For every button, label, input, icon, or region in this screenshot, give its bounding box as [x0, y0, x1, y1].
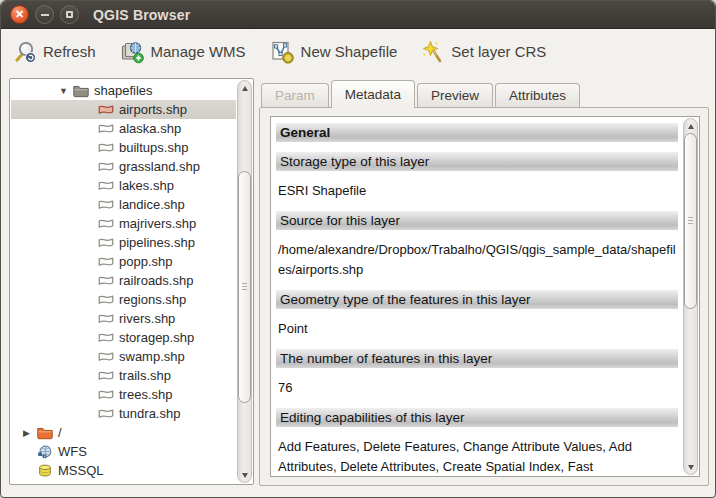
shapefile-icon [97, 387, 115, 402]
manage-wms-button[interactable]: Manage WMS [116, 37, 250, 67]
tab-label: Attributes [509, 88, 566, 103]
tree-item-label: builtups.shp [119, 140, 188, 155]
metadata-field-header: Editing capabilities of this layer [276, 408, 678, 427]
tree-item-label: grassland.shp [119, 159, 200, 174]
close-button[interactable]: ✕ [10, 5, 29, 24]
scrollbar-thumb[interactable] [238, 171, 251, 403]
arrow-down-icon [242, 473, 248, 478]
main-toolbar: Refresh Manage WMS [1, 29, 715, 74]
tab-metadata[interactable]: Metadata [331, 80, 415, 108]
scroll-down-button[interactable] [684, 461, 697, 473]
expander-down-icon[interactable]: ▼ [59, 86, 72, 96]
tree-item-label: tundra.shp [119, 406, 180, 421]
window-title: QGIS Browser [93, 7, 190, 23]
folder-icon [36, 425, 54, 440]
new-shapefile-button[interactable]: New Shapefile [266, 37, 402, 67]
metadata-value: /home/alexandre/Dropbox/Trabalho/QGIS/qg… [278, 240, 676, 280]
metadata-field-header: The number of features in this layer [276, 349, 678, 368]
manage-wms-label: Manage WMS [151, 43, 246, 60]
arrow-down-icon [688, 465, 694, 470]
tree-item-label: airports.shp [119, 102, 187, 117]
folder-icon [72, 83, 90, 98]
tree-item-label: trails.shp [119, 368, 171, 383]
tree-item-label: rivers.shp [119, 311, 175, 326]
tree-item-shapefile[interactable]: trails.shp [11, 366, 236, 385]
ows-icon [36, 482, 54, 485]
tree-item-shapefiles[interactable]: ▼ shapefiles [11, 81, 236, 100]
tree-item-shapefile[interactable]: grassland.shp [11, 157, 236, 176]
metadata-value: Point [278, 319, 676, 339]
tree-item-label: swamp.shp [119, 349, 185, 364]
scroll-up-button[interactable] [238, 82, 251, 94]
tree-item-shapefile[interactable]: airports.shp [11, 100, 236, 119]
tab-preview[interactable]: Preview [417, 83, 493, 107]
shapefile-icon [97, 178, 115, 193]
tree-item-shapefile[interactable]: landice.shp [11, 195, 236, 214]
tab-label: Metadata [345, 87, 401, 102]
refresh-magnifier-icon [13, 40, 37, 64]
tree-item-shapefile[interactable]: swamp.shp [11, 347, 236, 366]
expander-right-icon[interactable]: ▶ [23, 428, 36, 438]
tree-item-shapefile[interactable]: alaska.shp [11, 119, 236, 138]
shapefile-icon [97, 197, 115, 212]
tree-item-shapefile[interactable]: tundra.shp [11, 404, 236, 423]
scroll-up-button[interactable] [684, 120, 697, 132]
set-layer-crs-label: Set layer CRS [451, 43, 546, 60]
tree-item-label: OWS [58, 482, 89, 485]
shapefile-icon [97, 216, 115, 231]
scrollbar-thumb[interactable] [684, 133, 697, 309]
manage-wms-icon [120, 40, 145, 64]
tree-scrollbar[interactable] [237, 80, 252, 483]
tree-rows: ▼ shapefiles airports.shp alaska.shp bui… [11, 81, 236, 485]
maximize-icon [66, 11, 73, 18]
tree-item-ows[interactable]: OWS [11, 480, 236, 485]
tree-item-filesystem-root[interactable]: ▶ / [11, 423, 236, 442]
tree-item-label: storagep.shp [119, 330, 194, 345]
shapefile-icon [97, 406, 115, 421]
tree-item-shapefile[interactable]: pipelines.shp [11, 233, 236, 252]
tree-item-shapefile[interactable]: regions.shp [11, 290, 236, 309]
tab-attributes[interactable]: Attributes [495, 83, 580, 107]
metadata-value: 76 [278, 378, 676, 398]
tree-item-shapefile[interactable]: lakes.shp [11, 176, 236, 195]
tree-item-label: majrivers.shp [119, 216, 196, 231]
tree-item-label: landice.shp [119, 197, 185, 212]
metadata-scrollbar[interactable] [683, 118, 698, 475]
qgis-browser-window: ✕ QGIS Browser Refresh [0, 0, 716, 498]
tree-item-shapefile[interactable]: trees.shp [11, 385, 236, 404]
tree-item-label: popp.shp [119, 254, 173, 269]
shapefile-icon [97, 140, 115, 155]
metadata-field-header: Source for this layer [276, 211, 678, 230]
metadata-value: ESRI Shapefile [278, 181, 676, 201]
titlebar[interactable]: ✕ QGIS Browser [1, 1, 715, 29]
tree-item-label: regions.shp [119, 292, 186, 307]
database-icon [36, 463, 54, 478]
arrow-up-icon [688, 124, 694, 129]
tree-item-label: / [58, 425, 62, 440]
tree-item-shapefile[interactable]: builtups.shp [11, 138, 236, 157]
maximize-button[interactable] [60, 5, 79, 24]
tree-item-shapefile[interactable]: popp.shp [11, 252, 236, 271]
refresh-button[interactable]: Refresh [9, 37, 100, 67]
tree-item-label: lakes.shp [119, 178, 174, 193]
tree-item-wfs[interactable]: WFS [11, 442, 236, 461]
arrow-up-icon [242, 86, 248, 91]
shapefile-icon [97, 273, 115, 288]
tree-item-label: trees.shp [119, 387, 172, 402]
tree-item-shapefile[interactable]: railroads.shp [11, 271, 236, 290]
shapefile-icon [97, 330, 115, 345]
shapefile-icon [97, 349, 115, 364]
tab-label: Preview [431, 88, 479, 103]
browser-tree-panel: ▼ shapefiles airports.shp alaska.shp bui… [9, 78, 254, 485]
tree-item-shapefile[interactable]: majrivers.shp [11, 214, 236, 233]
shapefile-icon [97, 102, 115, 117]
metadata-content: General Storage type of this layer ESRI … [272, 117, 681, 475]
shapefile-icon [97, 292, 115, 307]
tree-item-shapefile[interactable]: storagep.shp [11, 328, 236, 347]
minimize-button[interactable] [35, 5, 54, 24]
scroll-down-button[interactable] [238, 469, 251, 481]
set-layer-crs-button[interactable]: Set layer CRS [417, 37, 550, 67]
tree-item-label: WFS [58, 444, 87, 459]
tree-item-mssql[interactable]: MSSQL [11, 461, 236, 480]
tree-item-shapefile[interactable]: rivers.shp [11, 309, 236, 328]
